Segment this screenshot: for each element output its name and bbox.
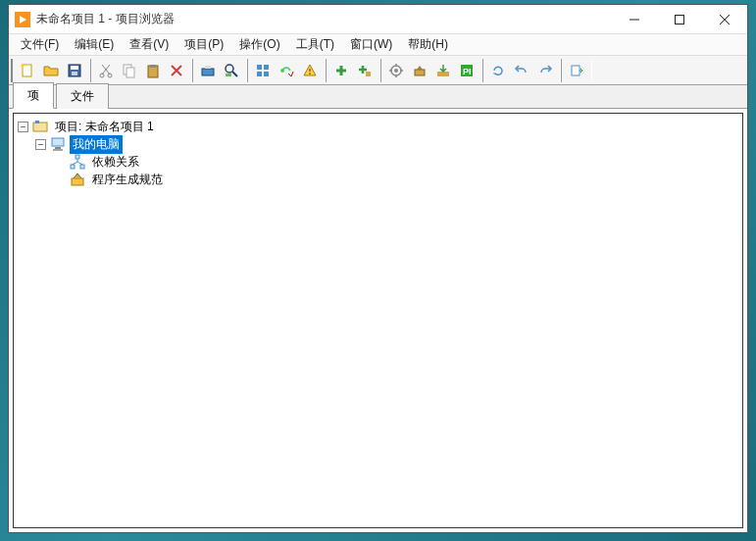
computer-icon xyxy=(50,136,66,152)
new-icon[interactable] xyxy=(17,60,38,81)
paste-icon[interactable] xyxy=(142,60,164,81)
menu-window[interactable]: 窗口(W) xyxy=(342,34,400,55)
menu-file[interactable]: 文件(F) xyxy=(13,34,67,55)
menu-help[interactable]: 帮助(H) xyxy=(400,34,456,55)
add-target-icon[interactable] xyxy=(354,60,376,81)
dependencies-icon xyxy=(70,154,85,170)
svg-point-24 xyxy=(280,69,284,73)
tab-files[interactable]: 文件 xyxy=(56,83,109,109)
tree-root-label[interactable]: 项目: 未命名项目 1 xyxy=(52,118,157,136)
svg-rect-35 xyxy=(33,123,47,131)
tree-node-buildspec[interactable]: 程序生成规范 xyxy=(18,171,738,188)
minus-icon[interactable]: − xyxy=(35,139,46,150)
menu-operate[interactable]: 操作(O) xyxy=(231,34,287,55)
svg-rect-7 xyxy=(71,66,78,70)
project-tree: − 项目: 未命名项目 1 − 我的电脑 依赖关系 xyxy=(18,118,738,188)
svg-rect-21 xyxy=(264,65,269,70)
svg-rect-2 xyxy=(676,15,684,24)
project-icon xyxy=(32,119,48,134)
toolbar: PI xyxy=(9,56,747,85)
save-icon[interactable] xyxy=(64,60,85,81)
window-title: 未命名项目 1 - 项目浏览器 xyxy=(36,11,612,27)
close-button[interactable] xyxy=(702,5,747,33)
resolve-icon[interactable] xyxy=(276,60,297,81)
menu-tools[interactable]: 工具(T) xyxy=(288,34,342,55)
svg-marker-0 xyxy=(20,16,26,24)
svg-text:PI: PI xyxy=(463,67,472,76)
svg-rect-23 xyxy=(264,72,269,76)
deploy-icon[interactable] xyxy=(432,60,454,81)
app-window: 未命名项目 1 - 项目浏览器 文件(F) 编辑(E) 查看(V) 项目(P) … xyxy=(8,4,748,533)
tree-root[interactable]: − 项目: 未命名项目 1 xyxy=(18,118,738,135)
menu-view[interactable]: 查看(V) xyxy=(122,34,176,55)
warning-icon[interactable] xyxy=(299,60,321,81)
svg-line-18 xyxy=(232,72,237,76)
svg-point-17 xyxy=(226,65,233,73)
gear-icon[interactable] xyxy=(385,60,407,81)
tree-node-computer-label[interactable]: 我的电脑 xyxy=(70,135,123,154)
svg-rect-15 xyxy=(202,69,214,75)
tab-bar: 项 文件 xyxy=(9,85,747,109)
buildspec-icon xyxy=(70,172,85,187)
svg-rect-19 xyxy=(226,74,231,76)
titlebar: 未命名项目 1 - 项目浏览器 xyxy=(9,5,747,34)
find-icon[interactable] xyxy=(221,60,242,81)
maximize-button[interactable] xyxy=(657,5,702,33)
svg-rect-38 xyxy=(55,147,61,149)
add-icon[interactable] xyxy=(330,60,352,81)
export-icon[interactable] xyxy=(566,60,587,81)
svg-rect-34 xyxy=(572,66,580,75)
svg-rect-20 xyxy=(257,65,262,70)
tab-items[interactable]: 项 xyxy=(13,82,54,109)
svg-point-26 xyxy=(309,73,311,74)
refresh-icon[interactable] xyxy=(487,60,509,81)
build-icon[interactable] xyxy=(409,60,430,81)
svg-rect-16 xyxy=(205,66,211,69)
svg-rect-27 xyxy=(366,72,371,76)
copy-icon[interactable] xyxy=(119,60,140,81)
menubar: 文件(F) 编辑(E) 查看(V) 项目(P) 操作(O) 工具(T) 窗口(W… xyxy=(9,34,747,56)
svg-rect-43 xyxy=(72,178,83,185)
tree-node-buildspec-label[interactable]: 程序生成规范 xyxy=(89,171,166,189)
svg-rect-5 xyxy=(23,65,31,76)
app-icon xyxy=(15,12,30,27)
tree-node-computer[interactable]: − 我的电脑 xyxy=(18,135,738,153)
svg-rect-30 xyxy=(415,70,425,75)
svg-rect-8 xyxy=(72,72,77,75)
svg-rect-37 xyxy=(52,138,64,146)
minimize-button[interactable] xyxy=(612,5,657,33)
svg-rect-14 xyxy=(150,65,156,68)
svg-rect-36 xyxy=(35,121,39,123)
svg-rect-12 xyxy=(126,68,134,77)
tree-node-dependencies-label[interactable]: 依赖关系 xyxy=(89,153,142,172)
menu-project[interactable]: 项目(P) xyxy=(176,34,231,55)
svg-rect-41 xyxy=(71,165,75,169)
tree-panel: − 项目: 未命名项目 1 − 我的电脑 依赖关系 xyxy=(13,113,743,528)
tree-node-dependencies[interactable]: 依赖关系 xyxy=(18,153,738,171)
redo-icon[interactable] xyxy=(534,60,556,81)
svg-rect-40 xyxy=(76,155,79,159)
svg-rect-22 xyxy=(257,72,262,76)
minus-icon[interactable]: − xyxy=(18,122,28,132)
config-icon[interactable] xyxy=(197,60,219,81)
grid-icon[interactable] xyxy=(252,60,274,81)
open-icon[interactable] xyxy=(40,60,62,81)
delete-icon[interactable] xyxy=(166,60,187,81)
svg-rect-42 xyxy=(80,165,84,169)
menu-edit[interactable]: 编辑(E) xyxy=(67,34,122,55)
run-icon[interactable]: PI xyxy=(456,60,478,81)
cut-icon[interactable] xyxy=(95,60,117,81)
window-controls xyxy=(612,5,747,33)
undo-icon[interactable] xyxy=(511,60,532,81)
svg-point-29 xyxy=(394,69,398,73)
